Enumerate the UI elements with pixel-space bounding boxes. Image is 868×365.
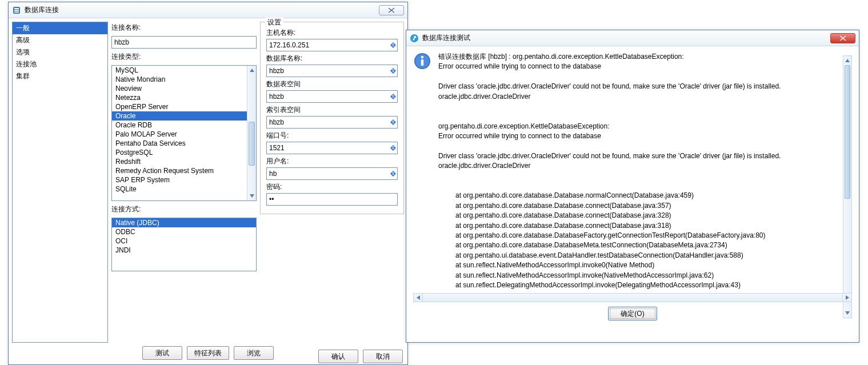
conn-type-item[interactable]: Neoview <box>112 84 256 93</box>
access-method-label: 连接方式: <box>111 204 257 214</box>
host-label: 主机名称: <box>266 28 398 38</box>
nav-item[interactable]: 集群 <box>13 70 107 82</box>
error-line <box>438 72 838 82</box>
conn-type-item[interactable]: Remedy Action Request System <box>112 166 256 175</box>
access-method-item[interactable]: ODBC <box>112 227 256 236</box>
stack-trace-line: at org.pentaho.di.core.database.Database… <box>438 211 838 220</box>
scroll-down-arrow[interactable] <box>843 308 851 318</box>
db-connection-test-dialog: 数据库连接测试 错误连接数据库 [hbzb] : org.pentaho.di.… <box>406 30 859 343</box>
scroll-down-arrow[interactable] <box>247 191 256 200</box>
conn-type-item[interactable]: Pentaho Data Services <box>112 139 256 148</box>
variable-icon[interactable]: $ <box>390 145 396 151</box>
dialog-title: 数据库连接 <box>25 5 379 15</box>
stack-trace-line: at org.pentaho.ui.database.event.DataHan… <box>438 251 838 260</box>
ok-button[interactable]: 确认 <box>318 350 358 363</box>
info-icon <box>413 52 431 70</box>
variable-icon[interactable]: $ <box>390 68 396 74</box>
stack-trace-line: at sun.reflect.NativeMethodAccessorImpl.… <box>438 271 838 280</box>
stack-trace-line: at org.pentaho.di.core.database.Database… <box>438 221 838 231</box>
access-method-item[interactable]: OCI <box>112 236 256 246</box>
stack-trace-line: at org.pentaho.di.core.database.Database… <box>438 240 838 250</box>
password-input[interactable] <box>266 193 398 206</box>
dbname-input[interactable] <box>266 65 398 77</box>
conn-type-item[interactable]: OpenERP Server <box>112 102 256 111</box>
error-line <box>438 111 838 121</box>
conn-type-item[interactable]: Palo MOLAP Server <box>112 130 256 139</box>
nav-item[interactable]: 连接池 <box>13 58 107 70</box>
nav-item[interactable]: 高级 <box>13 34 107 46</box>
close-button[interactable] <box>379 5 404 15</box>
settings-fieldset: 设置 主机名称: $ 数据库名称: $ 数据表空间 $ 索引表空间 $ 端口号:… <box>260 22 404 214</box>
scrollbar[interactable] <box>247 66 256 200</box>
access-method-list[interactable]: Native (JDBC)ODBCOCIJNDI <box>111 218 257 271</box>
error-line: Driver class 'oracle.jdbc.driver.OracleD… <box>438 82 838 91</box>
host-input[interactable] <box>266 39 398 51</box>
conn-name-input[interactable] <box>111 36 257 49</box>
browse-button[interactable]: 浏览 <box>234 346 274 360</box>
app-icon <box>12 6 21 15</box>
variable-icon[interactable]: $ <box>390 119 396 125</box>
port-label: 端口号: <box>266 131 398 141</box>
titlebar[interactable]: 数据库连接测试 <box>406 30 859 46</box>
variable-icon[interactable]: $ <box>390 94 396 99</box>
stack-trace-line: at java.lang.reflect.Method.invoke(Metho… <box>438 290 838 292</box>
conn-type-item[interactable]: SQLite <box>112 184 256 194</box>
horizontal-scrollbar[interactable] <box>413 293 852 302</box>
error-line <box>438 102 838 111</box>
feature-list-button[interactable]: 特征列表 <box>187 346 229 360</box>
port-input[interactable] <box>266 142 398 154</box>
error-message-text: 错误连接数据库 [hbzb] : org.pentaho.di.core.exc… <box>438 52 852 292</box>
scroll-up-arrow[interactable] <box>247 66 256 75</box>
svg-text:$: $ <box>392 120 394 124</box>
password-label: 密码: <box>266 182 398 192</box>
dbname-label: 数据库名称: <box>266 54 398 63</box>
index-tablespace-label: 索引表空间 <box>266 105 398 115</box>
data-tablespace-input[interactable] <box>266 90 398 103</box>
variable-icon[interactable]: $ <box>390 171 396 177</box>
error-line: oracle.jdbc.driver.OracleDriver <box>438 92 838 102</box>
index-tablespace-input[interactable] <box>266 116 398 129</box>
nav-item[interactable]: 选项 <box>13 46 107 58</box>
conn-type-item[interactable]: MySQL <box>112 66 256 75</box>
conn-type-item[interactable]: Oracle <box>112 111 256 121</box>
access-method-item[interactable]: Native (JDBC) <box>112 218 256 227</box>
error-line: oracle.jdbc.driver.OracleDriver <box>438 161 838 171</box>
conn-type-item[interactable]: Native Mondrian <box>112 75 256 84</box>
test-button[interactable]: 测试 <box>142 346 182 360</box>
svg-rect-3 <box>14 11 19 13</box>
conn-type-item[interactable]: Netezza <box>112 93 256 102</box>
conn-type-list[interactable]: MySQLNative MondrianNeoviewNetezzaOpenER… <box>111 65 257 201</box>
conn-type-item[interactable]: PostgreSQL <box>112 148 256 157</box>
scroll-left-arrow[interactable] <box>414 294 423 302</box>
titlebar[interactable]: 数据库连接 <box>9 2 407 18</box>
cancel-button[interactable]: 取消 <box>363 350 403 363</box>
svg-rect-2 <box>14 10 19 11</box>
variable-icon[interactable]: $ <box>390 42 396 48</box>
stack-trace-line: at org.pentaho.di.core.database.Database… <box>438 231 838 240</box>
svg-text:$: $ <box>392 146 394 150</box>
close-button[interactable] <box>830 33 855 43</box>
ok-button[interactable]: 确定(O) <box>608 307 657 320</box>
conn-type-item[interactable]: Redshift <box>112 157 256 166</box>
error-line <box>438 142 838 151</box>
dialog-title: 数据库连接测试 <box>422 33 830 43</box>
user-input[interactable] <box>266 167 398 180</box>
nav-category-list[interactable]: 一般高级选项连接池集群 <box>12 22 108 343</box>
error-line: Error occurred while trying to connect t… <box>438 62 838 71</box>
error-line: 错误连接数据库 [hbzb] : org.pentaho.di.core.exc… <box>438 52 838 62</box>
access-method-item[interactable]: JNDI <box>112 246 256 255</box>
conn-type-item[interactable]: Oracle RDB <box>112 121 256 130</box>
svg-rect-1 <box>14 8 19 9</box>
app-icon <box>410 34 419 43</box>
conn-type-item[interactable]: SAP ERP System <box>112 175 256 184</box>
scroll-up-arrow[interactable] <box>843 56 851 65</box>
error-line: Driver class 'oracle.jdbc.driver.OracleD… <box>438 151 838 161</box>
nav-item[interactable]: 一般 <box>13 22 107 34</box>
scroll-right-arrow[interactable] <box>842 294 851 302</box>
svg-text:$: $ <box>392 43 394 47</box>
scrollbar[interactable] <box>843 55 852 318</box>
dialog-footer: 确认 取消 <box>318 350 403 363</box>
user-label: 用户名: <box>266 157 398 166</box>
conn-name-label: 连接名称: <box>111 23 257 33</box>
db-connection-dialog: 数据库连接 一般高级选项连接池集群 连接名称: 连接类型: MySQLNativ… <box>8 2 408 365</box>
